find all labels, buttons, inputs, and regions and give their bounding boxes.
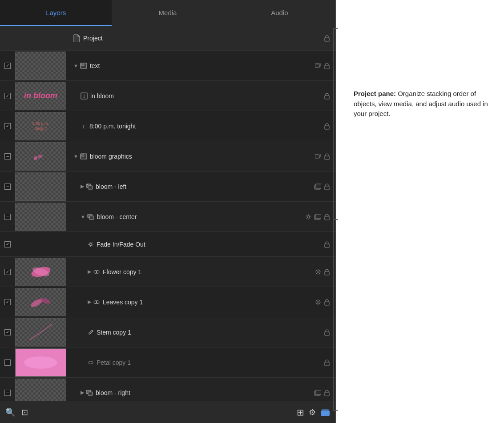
expand-arrow-bloom-left[interactable]: ▶ — [81, 184, 84, 189]
expand-arrow-leaves-copy[interactable]: ▶ — [88, 299, 91, 305]
expand-arrow-bloom-graphics[interactable]: ▼ — [73, 154, 78, 159]
layer-row-text[interactable]: ▼ text — [0, 51, 335, 81]
expand-arrow-bloom-right[interactable]: ▶ — [81, 390, 84, 395]
layout-button[interactable]: ⊡ — [21, 407, 28, 417]
text-icon-in-bloom: T — [81, 92, 88, 100]
layer-content-bloom-graphics: ▼ bloom graphics — [66, 153, 315, 160]
behavior-icon-flower-copy — [93, 269, 100, 275]
thumbnail-stem-copy — [15, 318, 66, 347]
svg-rect-22 — [325, 186, 329, 190]
layer-row-fade[interactable]: Fade In/Fade Out — [0, 232, 335, 257]
layer-row-bloom-left[interactable]: ▶ bloom - left — [0, 172, 335, 202]
svg-rect-57 — [325, 392, 329, 396]
layer-row-bloom-right[interactable]: ▶ bloom - right — [0, 378, 335, 401]
checkbox-in-bloom[interactable] — [0, 93, 15, 99]
layer-row-bloom-graphics[interactable]: ▼ bloom graphics — [0, 141, 335, 172]
group-badge-text — [315, 63, 321, 68]
grid-button[interactable]: ⊞ — [297, 407, 304, 418]
search-button[interactable]: 🔍 — [5, 407, 15, 417]
replicator-icon-bloom-right — [86, 390, 93, 396]
gear-icon-bloom-center — [305, 214, 311, 220]
layer-row-project[interactable]: Project — [0, 26, 335, 51]
svg-rect-2 — [81, 64, 84, 66]
svg-rect-5 — [325, 65, 329, 69]
checkbox-bloom-left-box[interactable] — [4, 184, 11, 190]
lock-icon-in-bloom — [324, 92, 330, 100]
stack-icon-bloom-center — [314, 214, 321, 220]
layer-row-leaves-copy[interactable]: ▶ Leaves copy 1 — [0, 287, 335, 317]
svg-line-47 — [30, 324, 52, 340]
svg-text:T: T — [82, 124, 85, 129]
checkbox-in-bloom-box[interactable] — [4, 93, 11, 99]
svg-point-37 — [317, 271, 319, 273]
svg-point-42 — [97, 301, 99, 303]
gear-button[interactable]: ⚙ — [309, 407, 316, 417]
tab-layers[interactable]: Layers — [0, 0, 112, 26]
expand-arrow-text[interactable]: ▼ — [73, 63, 78, 68]
annotation-container: Project pane: Organize stacking order of… — [349, 89, 495, 119]
checkbox-stem-copy[interactable] — [0, 329, 15, 335]
checkbox-leaves-copy[interactable] — [0, 299, 15, 305]
expand-arrow-bloom-center[interactable]: ▼ — [81, 214, 85, 219]
gear-icon-fade — [88, 241, 94, 247]
checkbox-tonight-box[interactable] — [4, 123, 11, 129]
checkbox-tonight[interactable] — [0, 123, 15, 129]
checkbox-stem-copy-box[interactable] — [4, 329, 11, 335]
tab-audio[interactable]: Audio — [224, 0, 335, 26]
checkbox-bloom-center[interactable] — [0, 214, 15, 220]
lock-icon-text — [324, 62, 330, 69]
svg-point-25 — [307, 215, 310, 218]
checkbox-bloom-graphics-box[interactable] — [4, 153, 11, 160]
checkbox-leaves-copy-box[interactable] — [4, 299, 11, 305]
layer-row-tonight[interactable]: 8:00 p.m.tonight T 8:00 p.m. tonight — [0, 111, 335, 141]
svg-point-45 — [317, 301, 319, 303]
expand-arrow-flower-copy[interactable]: ▶ — [88, 269, 91, 275]
svg-point-40 — [40, 297, 51, 305]
checkbox-flower-copy[interactable] — [0, 269, 15, 275]
checkbox-fade-box[interactable] — [4, 241, 11, 247]
checkbox-petal-copy-box[interactable] — [4, 359, 11, 366]
leaves-thumb-svg — [25, 290, 56, 314]
svg-rect-8 — [325, 96, 329, 99]
layers-button[interactable] — [320, 407, 330, 417]
annotation-text: Project pane: Organize stacking order of… — [354, 89, 495, 119]
svg-point-34 — [97, 271, 99, 273]
replicator-icon-bloom-center — [87, 214, 94, 220]
layer-row-bloom-center[interactable]: ▼ bloom - center — [0, 202, 335, 232]
layer-content-stem-copy: Stem copy 1 — [66, 329, 324, 336]
gear-icon-leaves-copy — [315, 299, 321, 305]
layer-row-petal-copy[interactable]: Petal copy 1 — [0, 347, 335, 378]
checkbox-bloom-left[interactable] — [0, 184, 15, 190]
layer-row-stem-copy[interactable]: Stem copy 1 — [0, 317, 335, 347]
layer-content-tonight: T 8:00 p.m. tonight — [66, 123, 324, 130]
svg-rect-4 — [315, 64, 319, 68]
checkbox-flower-copy-box[interactable] — [4, 269, 11, 275]
bottom-left-tools: 🔍 ⊡ — [5, 407, 28, 417]
layer-row-flower-copy[interactable]: ▶ Flower copy 1 — [0, 257, 335, 287]
checkbox-text[interactable] — [0, 63, 15, 69]
svg-rect-30 — [325, 244, 329, 247]
stem-thumb-svg — [25, 320, 56, 344]
thumbnail-leaves-copy — [15, 288, 66, 316]
svg-rect-52 — [325, 362, 329, 366]
checkbox-fade[interactable] — [0, 241, 15, 247]
checkbox-bloom-center-box[interactable] — [4, 214, 11, 220]
lock-icon-tonight — [324, 123, 330, 130]
checkbox-text-box[interactable] — [4, 63, 11, 69]
layer-content-in-bloom: T in bloom — [66, 92, 324, 100]
svg-rect-56 — [315, 390, 321, 395]
layer-right-bloom-center — [305, 213, 335, 220]
svg-rect-58 — [321, 411, 330, 416]
checkbox-petal-copy[interactable] — [0, 359, 15, 366]
layer-row-in-bloom[interactable]: in bloom T in bloom — [0, 81, 335, 111]
checkbox-bloom-graphics[interactable] — [0, 153, 15, 160]
tab-media[interactable]: Media — [112, 0, 223, 26]
checkbox-bloom-right-box[interactable] — [4, 390, 11, 396]
svg-rect-28 — [325, 216, 329, 220]
svg-rect-59 — [322, 409, 329, 411]
layer-content-fade: Fade In/Fade Out — [66, 241, 324, 248]
lock-icon-bloom-right — [324, 389, 330, 396]
layer-content-bloom-left: ▶ bloom - left — [66, 183, 314, 190]
svg-rect-17 — [325, 156, 329, 160]
checkbox-bloom-right[interactable] — [0, 390, 15, 396]
